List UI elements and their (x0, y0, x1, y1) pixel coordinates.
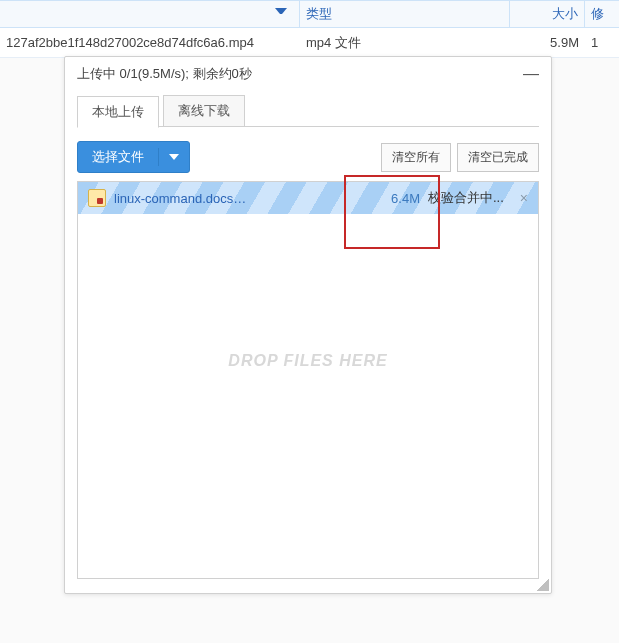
table-row[interactable]: 127af2bbe1f148d27002ce8d74dfc6a6.mp4 mp4… (0, 28, 619, 58)
clear-all-button[interactable]: 清空所有 (381, 143, 451, 172)
resize-handle[interactable] (537, 579, 549, 591)
table-header: 类型 大小 修 (0, 0, 619, 28)
upload-item-name: linux-command.docs… (114, 191, 246, 206)
upload-item-status: 校验合并中... (428, 189, 520, 207)
toolbar: 选择文件 清空所有 清空已完成 (77, 141, 539, 173)
upload-item-size: 6.4M (391, 191, 428, 206)
panel-body: 本地上传 离线下载 选择文件 清空所有 清空已完成 linux-command.… (65, 89, 551, 593)
clear-done-button[interactable]: 清空已完成 (457, 143, 539, 172)
tab-bar: 本地上传 离线下载 (77, 95, 539, 127)
column-header-size[interactable]: 大小 (510, 1, 585, 27)
cell-extra: 1 (585, 31, 619, 54)
select-file-label: 选择文件 (78, 142, 158, 172)
drop-placeholder-text: DROP FILES HERE (78, 352, 538, 370)
cell-filename: 127af2bbe1f148d27002ce8d74dfc6a6.mp4 (0, 31, 300, 54)
panel-header: 上传中 0/1(9.5M/s); 剩余约0秒 — (65, 57, 551, 89)
select-file-dropdown[interactable] (158, 148, 189, 166)
upload-status-text: 上传中 0/1(9.5M/s); 剩余约0秒 (77, 65, 252, 83)
drop-area[interactable]: linux-command.docs… 6.4M 校验合并中... × DROP… (77, 181, 539, 579)
column-header-type[interactable]: 类型 (300, 1, 510, 27)
upload-item[interactable]: linux-command.docs… 6.4M 校验合并中... × (78, 182, 538, 214)
select-file-button[interactable]: 选择文件 (77, 141, 190, 173)
cell-type: mp4 文件 (300, 30, 510, 56)
column-header-name[interactable] (0, 1, 300, 27)
upload-panel: 上传中 0/1(9.5M/s); 剩余约0秒 — 本地上传 离线下载 选择文件 … (64, 56, 552, 594)
cell-size: 5.9M (510, 31, 585, 54)
cancel-upload-button[interactable]: × (520, 190, 528, 206)
column-header-extra[interactable]: 修 (585, 1, 619, 27)
minimize-button[interactable]: — (523, 69, 539, 79)
chevron-down-icon (169, 154, 179, 160)
tab-local-upload[interactable]: 本地上传 (77, 96, 159, 128)
tab-remote-download[interactable]: 离线下载 (163, 95, 245, 127)
file-icon (88, 189, 106, 207)
chevron-down-icon[interactable] (275, 8, 287, 20)
